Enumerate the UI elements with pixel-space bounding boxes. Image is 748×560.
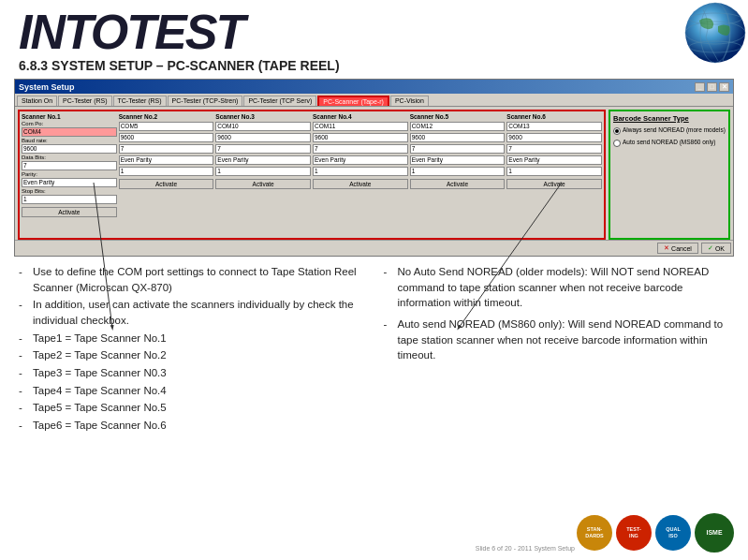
bullet-text-3: Tape2 = Tape Scanner No.2 (33, 347, 167, 363)
content-below: - Use to define the COM port settings to… (0, 257, 748, 435)
bullet-dash-6: - (19, 400, 28, 416)
scanner-2-activate[interactable]: Activate (119, 179, 214, 189)
scanner-2-com[interactable]: COM5 (119, 122, 214, 131)
bullet-dash-4: - (19, 365, 28, 381)
bullet-dash-1: - (19, 297, 28, 328)
radio-1[interactable] (613, 127, 621, 135)
window-titlebar: System Setup _ □ ✕ (15, 80, 733, 94)
scanner-2-data[interactable]: 7 (119, 144, 214, 154)
logo-qual: QUALISO (655, 515, 691, 551)
tab-tc-tester-rs[interactable]: TC-Tester (RS) (113, 96, 167, 106)
cancel-button[interactable]: ✕ Cancel (657, 243, 698, 254)
radio-2[interactable] (613, 140, 621, 147)
tab-station-on[interactable]: Station On (17, 96, 57, 106)
scanner-6-label: Scanner No.6 (506, 113, 602, 120)
svg-point-0 (685, 3, 745, 63)
scanner-4-activate[interactable]: Activate (313, 179, 408, 189)
scanner-2-stop[interactable]: 1 (119, 167, 214, 176)
scanner-5-baud[interactable]: 9600 (410, 133, 506, 142)
scanner-2-label: Scanner No.2 (119, 113, 214, 120)
scanner-4-data[interactable]: 7 (313, 144, 408, 154)
scanner-3-parity[interactable]: Even Parity (215, 155, 311, 165)
scanner-2-baud[interactable]: 9600 (119, 133, 214, 142)
window-controls[interactable]: _ □ ✕ (695, 82, 729, 92)
bullet-item-7: - Tape6 = Tape Scanner No.6 (19, 418, 365, 434)
scanners-section: Scanner No.1 Com Po: COM4 Baud rate: 960… (18, 110, 606, 240)
logo: INTOTEST (19, 7, 243, 56)
right-bullet-text-1: Auto send NOREAD (MS860 only): Will send… (398, 317, 730, 363)
bullet-item-6: - Tape5 = Tape Scanner No.5 (19, 400, 365, 416)
bullet-text-0: Use to define the COM port settings to c… (33, 264, 365, 295)
bullet-text-5: Tape4 = Tape Scanner No.4 (33, 383, 167, 399)
bottom-text: Slide 6 of 20 - 2011 System Setup (476, 544, 575, 553)
radio-option-2[interactable]: Auto send NOREAD (MS860 only) (613, 139, 726, 147)
scanner-5-activate[interactable]: Activate (410, 179, 506, 189)
scanner-6-baud[interactable]: 9600 (506, 133, 602, 142)
bullet-text-4: Tape3 = Tape Scanner N0.3 (33, 365, 167, 381)
scanner-1-data[interactable]: 7 (22, 161, 117, 170)
radio-option-1[interactable]: Always send NOREAD (more models) (613, 126, 726, 135)
window-content: Scanner No.1 Com Po: COM4 Baud rate: 960… (15, 107, 733, 243)
bullet-item-4: - Tape3 = Tape Scanner N0.3 (19, 365, 365, 381)
tab-pc-tester-tcp-serv[interactable]: PC-Tester (TCP Serv) (243, 96, 316, 106)
bottom-logos: STAN-DARDS TEST-ING QUALISO ISME (577, 513, 734, 553)
scanner-col-5: Scanner No.5 COM12 9600 7 Even Parity 1 … (410, 113, 506, 217)
bullet-item-5: - Tape4 = Tape Scanner No.4 (19, 383, 365, 399)
window-footer: ✕ Cancel ✓ OK (15, 240, 733, 256)
scanner-5-stop[interactable]: 1 (410, 167, 506, 176)
tab-pc-tester-rs[interactable]: PC-Tester (RS) (58, 96, 111, 106)
scanner-6-com[interactable]: COM13 (506, 122, 602, 131)
bullet-dash-5: - (19, 383, 28, 399)
scanner-5-data[interactable]: 7 (410, 144, 506, 154)
scanner-1-baud[interactable]: 9600 (22, 144, 117, 154)
globe-decoration (664, 0, 748, 84)
scanner-3-activate[interactable]: Activate (215, 179, 311, 189)
bullet-dash-2: - (19, 331, 28, 346)
scanner-4-stop[interactable]: 1 (313, 167, 408, 176)
bullet-text-2: Tape1 = Tape Scanner No.1 (33, 331, 167, 346)
scanner-6-stop[interactable]: 1 (506, 167, 602, 176)
tab-pc-scanner-tape[interactable]: PC-Scanner (Tape-r) (317, 96, 389, 106)
close-btn[interactable]: ✕ (719, 82, 729, 92)
tab-pc-vision[interactable]: PC-Vision (390, 96, 429, 106)
right-column: - No Auto Send NOREAD (older models): Wi… (384, 264, 730, 435)
scanner-3-label: Scanner No.3 (215, 113, 311, 120)
scanner-1-activate[interactable]: Activate (22, 207, 117, 217)
scanner-1-parity[interactable]: Even Parity (22, 178, 117, 187)
bullet-item-2: - Tape1 = Tape Scanner No.1 (19, 331, 365, 346)
scanner-5-com[interactable]: COM12 (410, 122, 506, 131)
scanner-col-6: Scanner No.6 COM13 9600 7 Even Parity 1 … (506, 113, 602, 217)
left-column: - Use to define the COM port settings to… (19, 264, 365, 435)
scanner-4-label: Scanner No.4 (313, 113, 408, 120)
scanner-3-baud[interactable]: 9600 (215, 133, 311, 142)
scanner-5-parity[interactable]: Even Parity (410, 155, 506, 165)
scanner-1-com[interactable]: COM4 (22, 127, 117, 137)
ok-button[interactable]: ✓ OK (701, 243, 731, 254)
tabs-bar: Station On PC-Tester (RS) TC-Tester (RS)… (15, 94, 733, 107)
bullet-text-1: In addition, user can activate the scann… (33, 297, 365, 328)
scanner-4-baud[interactable]: 9600 (313, 133, 408, 142)
scanner-col-3: Scanner No.3 COM10 9600 7 Even Parity 1 … (215, 113, 311, 217)
scanner-1-stop[interactable]: 1 (22, 195, 117, 204)
scanner-6-activate[interactable]: Activate (506, 179, 602, 189)
scanner-5-label: Scanner No.5 (410, 113, 506, 120)
scanner-3-stop[interactable]: 1 (215, 167, 311, 176)
barcode-title: Barcode Scanner Type (613, 114, 726, 123)
bullet-text-6: Tape5 = Tape Scanner No.5 (33, 400, 167, 416)
right-bullet-item-1: - Auto send NOREAD (MS860 only): Will se… (384, 317, 730, 363)
right-bullet-dash-0: - (384, 264, 393, 311)
bullet-item-1: - In addition, user can activate the sca… (19, 297, 365, 328)
scanner-4-parity[interactable]: Even Parity (313, 155, 408, 165)
scanner-4-com[interactable]: COM11 (313, 122, 408, 131)
logo-testing: TEST-ING (616, 515, 652, 551)
bullet-item-0: - Use to define the COM port settings to… (19, 264, 365, 295)
scanner-3-com[interactable]: COM10 (215, 122, 311, 131)
tab-pc-tester-tcp-stren[interactable]: PC-Tester (TCP-Stren) (168, 96, 243, 106)
scanner-2-parity[interactable]: Even Parity (119, 155, 214, 165)
scanner-3-data[interactable]: 7 (215, 144, 311, 154)
bullet-text-7: Tape6 = Tape Scanner No.6 (33, 418, 167, 434)
scanner-6-parity[interactable]: Even Parity (506, 155, 602, 165)
maximize-btn[interactable]: □ (707, 82, 717, 92)
scanner-6-data[interactable]: 7 (506, 144, 602, 154)
minimize-btn[interactable]: _ (695, 82, 705, 92)
